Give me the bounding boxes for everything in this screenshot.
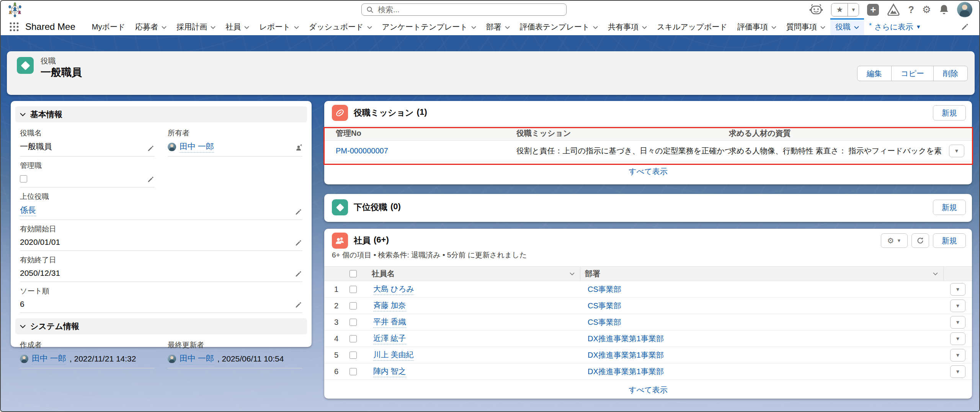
employee-row: 6 陣内 智之 DX推進事業第1事業部 ▼ bbox=[324, 363, 972, 380]
department-link[interactable]: CS事業部 bbox=[588, 301, 621, 311]
row-actions-dropdown[interactable]: ▼ bbox=[950, 365, 965, 378]
select-all-checkbox[interactable] bbox=[350, 270, 357, 277]
department-link[interactable]: CS事業部 bbox=[588, 284, 621, 295]
edit-pencil-icon[interactable] bbox=[295, 270, 302, 277]
setup-gear-icon[interactable]: ⚙ bbox=[922, 5, 931, 15]
tab-employees[interactable]: 社員 bbox=[220, 18, 254, 35]
creator-link[interactable]: 田中 一郎 bbox=[32, 353, 66, 365]
column-kanri-no[interactable]: 管理No bbox=[324, 128, 516, 138]
favorites-button[interactable]: ★ ▼ bbox=[831, 3, 859, 16]
row-checkbox[interactable] bbox=[350, 302, 357, 309]
column-department[interactable]: 部署 bbox=[580, 267, 944, 281]
parent-role-link[interactable]: 係長 bbox=[20, 205, 36, 216]
record-title: 一般職員 bbox=[41, 65, 82, 79]
global-actions-icon[interactable]: + bbox=[867, 4, 879, 16]
edit-pencil-icon[interactable] bbox=[147, 176, 154, 182]
related-list-mission: 役職ミッション(1) 新規 管理No 役職ミッション 求める人材の資質 PM-0… bbox=[324, 101, 972, 184]
row-actions-dropdown[interactable]: ▼ bbox=[950, 332, 965, 345]
subroles-new-button[interactable]: 新規 bbox=[933, 200, 966, 215]
chevron-down-icon bbox=[294, 26, 299, 29]
row-actions-dropdown[interactable]: ▼ bbox=[949, 145, 964, 157]
column-mission[interactable]: 役職ミッション bbox=[516, 128, 729, 138]
owner-link[interactable]: 田中 一郎 bbox=[180, 141, 214, 153]
employees-table: 社員名 部署 1 大島 ひろみ CS事業部 ▼ bbox=[324, 266, 972, 380]
subroles-card-title[interactable]: 下位役職(0) bbox=[354, 202, 401, 213]
row-checkbox[interactable] bbox=[350, 352, 357, 359]
row-checkbox[interactable] bbox=[350, 335, 357, 342]
copy-button[interactable]: コピー bbox=[891, 66, 934, 81]
tab-reports[interactable]: レポート bbox=[254, 18, 304, 35]
employees-view-all-link[interactable]: すべて表示 bbox=[629, 386, 667, 394]
user-avatar[interactable] bbox=[957, 2, 972, 17]
row-actions-dropdown[interactable]: ▼ bbox=[950, 349, 965, 362]
tab-evaluation-items[interactable]: 評価事項 bbox=[732, 18, 781, 35]
delete-button[interactable]: 削除 bbox=[933, 66, 968, 81]
mission-card-title[interactable]: 役職ミッション(1) bbox=[354, 107, 427, 119]
column-quality[interactable]: 求める人材の資質 bbox=[729, 128, 941, 138]
star-icon[interactable]: ★ bbox=[831, 3, 848, 16]
edit-pencil-icon[interactable] bbox=[295, 208, 302, 215]
chevron-down-icon bbox=[367, 26, 372, 29]
row-actions-dropdown[interactable]: ▼ bbox=[950, 300, 965, 312]
tab-question-items[interactable]: 質問事項 bbox=[781, 18, 830, 35]
column-employee-name[interactable]: 社員名 bbox=[370, 267, 580, 281]
edit-button[interactable]: 編集 bbox=[857, 66, 892, 81]
department-link[interactable]: DX推進事業第1事業部 bbox=[588, 350, 664, 360]
tab-shared-items[interactable]: 共有事項 bbox=[603, 18, 652, 35]
row-checkbox[interactable] bbox=[350, 368, 357, 375]
edit-pencil-icon[interactable] bbox=[295, 239, 302, 246]
column-chevron-icon[interactable] bbox=[933, 272, 938, 275]
field-owner: 所有者 田中 一郎 bbox=[168, 124, 302, 156]
refresh-button[interactable] bbox=[911, 233, 929, 248]
change-owner-icon[interactable] bbox=[295, 144, 302, 151]
mission-view-all-link[interactable]: すべて表示 bbox=[629, 167, 667, 176]
manager-checkbox[interactable] bbox=[20, 175, 27, 182]
section-basic-info[interactable]: 基本情報 bbox=[15, 106, 307, 122]
list-settings-button[interactable]: ⚙ ▼ bbox=[881, 233, 908, 248]
tab-applicants[interactable]: 応募者 bbox=[130, 18, 172, 35]
tab-departments[interactable]: 部署 bbox=[481, 18, 515, 35]
tab-evaluation-templates[interactable]: 評価表テンプレート bbox=[515, 18, 603, 35]
edit-pencil-icon[interactable] bbox=[147, 145, 154, 151]
tab-roles-active[interactable]: 役職 bbox=[830, 18, 864, 35]
employees-card-title[interactable]: 社員(6+) bbox=[354, 235, 389, 246]
tab-myboard[interactable]: Myボード bbox=[87, 18, 131, 35]
employees-new-button[interactable]: 新規 bbox=[933, 233, 966, 248]
global-search[interactable] bbox=[361, 3, 567, 16]
department-link[interactable]: DX推進事業第1事業部 bbox=[588, 366, 664, 377]
org-logo bbox=[6, 2, 24, 18]
section-system-info[interactable]: システム情報 bbox=[15, 318, 307, 334]
row-checkbox[interactable] bbox=[350, 319, 357, 326]
employee-name-link[interactable]: 斉藤 加奈 bbox=[373, 300, 406, 311]
help-icon[interactable]: ? bbox=[908, 4, 914, 15]
employee-name-link[interactable]: 陣内 智之 bbox=[373, 366, 406, 377]
guidance-center-icon[interactable] bbox=[887, 3, 900, 16]
search-input[interactable] bbox=[377, 5, 562, 15]
row-actions-dropdown[interactable]: ▼ bbox=[950, 283, 965, 296]
einstein-icon[interactable] bbox=[809, 4, 823, 15]
employee-name-link[interactable]: 大島 ひろみ bbox=[373, 284, 414, 295]
favorites-caret-icon[interactable]: ▼ bbox=[848, 3, 859, 16]
tab-skillup-board[interactable]: スキルアップボード bbox=[652, 18, 732, 35]
department-link[interactable]: CS事業部 bbox=[588, 317, 621, 327]
mission-new-button[interactable]: 新規 bbox=[933, 105, 966, 121]
column-chevron-icon[interactable] bbox=[570, 272, 575, 275]
updater-link[interactable]: 田中 一郎 bbox=[180, 353, 214, 365]
nav-more-button[interactable]: * さらに表示 ▼ bbox=[864, 18, 926, 35]
subrole-object-icon bbox=[332, 199, 348, 215]
edit-pencil-icon[interactable] bbox=[295, 301, 302, 308]
employee-name-link[interactable]: 近澤 紘子 bbox=[373, 333, 406, 344]
department-link[interactable]: DX推進事業第1事業部 bbox=[588, 334, 664, 344]
mission-record-link[interactable]: PM-000000007 bbox=[336, 147, 388, 155]
tab-survey-templates[interactable]: アンケートテンプレート bbox=[377, 18, 481, 35]
tab-dashboards[interactable]: ダッシュボード bbox=[304, 18, 377, 35]
employee-name-link[interactable]: 川上 美由紀 bbox=[373, 350, 414, 361]
tab-hiring-plan[interactable]: 採用計画 bbox=[172, 18, 220, 35]
app-launcher-icon[interactable] bbox=[9, 22, 19, 32]
global-header: ★ ▼ + ? ⚙ bbox=[1, 1, 979, 18]
row-actions-dropdown[interactable]: ▼ bbox=[950, 316, 965, 329]
row-checkbox[interactable] bbox=[350, 286, 357, 293]
edit-navigation-pencil-icon[interactable] bbox=[961, 23, 969, 30]
employee-name-link[interactable]: 平井 香織 bbox=[373, 317, 406, 328]
notifications-bell-icon[interactable] bbox=[939, 4, 949, 15]
